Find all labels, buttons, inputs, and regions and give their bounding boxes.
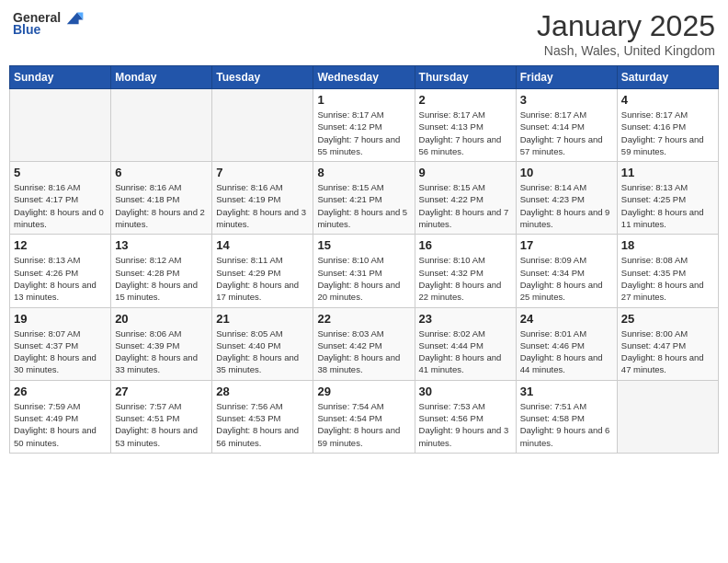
calendar-cell: 21 Sunrise: 8:05 AMSunset: 4:40 PMDaylig…: [212, 307, 313, 380]
day-info: Sunrise: 8:11 AMSunset: 4:29 PMDaylight:…: [216, 255, 299, 302]
calendar-cell: 14 Sunrise: 8:11 AMSunset: 4:29 PMDaylig…: [212, 235, 313, 307]
location-title: Nash, Wales, United Kingdom: [537, 43, 715, 58]
day-info: Sunrise: 8:00 AMSunset: 4:47 PMDaylight:…: [621, 328, 704, 375]
day-info: Sunrise: 8:17 AMSunset: 4:13 PMDaylight:…: [419, 109, 502, 156]
calendar-cell: 26 Sunrise: 7:59 AMSunset: 4:49 PMDaylig…: [10, 380, 111, 453]
calendar-cell: 28 Sunrise: 7:56 AMSunset: 4:53 PMDaylig…: [212, 380, 313, 453]
calendar-cell: 17 Sunrise: 8:09 AMSunset: 4:34 PMDaylig…: [516, 235, 617, 307]
calendar-week-row: 26 Sunrise: 7:59 AMSunset: 4:49 PMDaylig…: [10, 380, 719, 453]
day-number: 26: [14, 385, 107, 398]
day-number: 17: [520, 238, 613, 252]
day-number: 30: [419, 385, 512, 398]
day-info: Sunrise: 7:57 AMSunset: 4:51 PMDaylight:…: [115, 401, 198, 448]
header: General Blue January 2025 Nash, Wales, U…: [9, 9, 719, 58]
day-info: Sunrise: 8:07 AMSunset: 4:37 PMDaylight:…: [14, 328, 97, 375]
calendar-cell: 12 Sunrise: 8:13 AMSunset: 4:26 PMDaylig…: [10, 235, 111, 307]
calendar-cell: 18 Sunrise: 8:08 AMSunset: 4:35 PMDaylig…: [617, 235, 718, 307]
day-number: 1: [317, 93, 410, 107]
calendar-cell: 27 Sunrise: 7:57 AMSunset: 4:51 PMDaylig…: [111, 380, 212, 453]
weekday-header-wednesday: Wednesday: [313, 66, 415, 89]
calendar-cell: 8 Sunrise: 8:15 AMSunset: 4:21 PMDayligh…: [313, 162, 415, 235]
weekday-header-saturday: Saturday: [617, 66, 718, 89]
weekday-header-friday: Friday: [516, 66, 617, 89]
calendar-body: 1 Sunrise: 8:17 AMSunset: 4:12 PMDayligh…: [10, 89, 719, 454]
calendar-cell: 29 Sunrise: 7:54 AMSunset: 4:54 PMDaylig…: [313, 380, 415, 453]
calendar-cell: 10 Sunrise: 8:14 AMSunset: 4:23 PMDaylig…: [516, 162, 617, 235]
calendar-cell: [111, 89, 212, 162]
calendar-cell: 9 Sunrise: 8:15 AMSunset: 4:22 PMDayligh…: [415, 162, 516, 235]
day-number: 29: [317, 385, 410, 398]
day-number: 22: [317, 312, 410, 326]
calendar-cell: 6 Sunrise: 8:16 AMSunset: 4:18 PMDayligh…: [111, 162, 212, 235]
weekday-header-sunday: Sunday: [10, 66, 111, 89]
calendar-cell: 20 Sunrise: 8:06 AMSunset: 4:39 PMDaylig…: [111, 307, 212, 380]
day-number: 23: [419, 312, 512, 326]
weekday-header-tuesday: Tuesday: [212, 66, 313, 89]
day-info: Sunrise: 8:16 AMSunset: 4:18 PMDaylight:…: [115, 182, 205, 229]
day-info: Sunrise: 8:08 AMSunset: 4:35 PMDaylight:…: [621, 255, 704, 302]
day-number: 13: [115, 238, 208, 252]
logo-text-blue: Blue: [13, 22, 40, 37]
day-info: Sunrise: 8:17 AMSunset: 4:14 PMDaylight:…: [520, 109, 603, 156]
day-info: Sunrise: 8:13 AMSunset: 4:25 PMDaylight:…: [621, 182, 704, 229]
calendar-cell: 31 Sunrise: 7:51 AMSunset: 4:58 PMDaylig…: [516, 380, 617, 453]
day-info: Sunrise: 8:05 AMSunset: 4:40 PMDaylight:…: [216, 328, 299, 375]
day-info: Sunrise: 7:51 AMSunset: 4:58 PMDaylight:…: [520, 401, 610, 448]
day-number: 3: [520, 93, 613, 107]
calendar-cell: [10, 89, 111, 162]
day-number: 9: [419, 166, 512, 179]
calendar-cell: 15 Sunrise: 8:10 AMSunset: 4:31 PMDaylig…: [313, 235, 415, 307]
day-info: Sunrise: 8:16 AMSunset: 4:17 PMDaylight:…: [14, 182, 104, 229]
calendar-cell: 24 Sunrise: 8:01 AMSunset: 4:46 PMDaylig…: [516, 307, 617, 380]
day-number: 14: [216, 238, 309, 252]
day-number: 20: [115, 312, 208, 326]
day-info: Sunrise: 8:06 AMSunset: 4:39 PMDaylight:…: [115, 328, 198, 375]
day-number: 7: [216, 166, 309, 179]
calendar-cell: 16 Sunrise: 8:10 AMSunset: 4:32 PMDaylig…: [415, 235, 516, 307]
calendar-cell: 2 Sunrise: 8:17 AMSunset: 4:13 PMDayligh…: [415, 89, 516, 162]
calendar-cell: 7 Sunrise: 8:16 AMSunset: 4:19 PMDayligh…: [212, 162, 313, 235]
day-info: Sunrise: 8:12 AMSunset: 4:28 PMDaylight:…: [115, 255, 198, 302]
calendar-cell: 4 Sunrise: 8:17 AMSunset: 4:16 PMDayligh…: [617, 89, 718, 162]
day-number: 27: [115, 385, 208, 398]
day-info: Sunrise: 8:03 AMSunset: 4:42 PMDaylight:…: [317, 328, 400, 375]
day-number: 31: [520, 385, 613, 398]
weekday-header-monday: Monday: [111, 66, 212, 89]
calendar-week-row: 12 Sunrise: 8:13 AMSunset: 4:26 PMDaylig…: [10, 235, 719, 307]
day-info: Sunrise: 8:15 AMSunset: 4:22 PMDaylight:…: [419, 182, 509, 229]
calendar-cell: 30 Sunrise: 7:53 AMSunset: 4:56 PMDaylig…: [415, 380, 516, 453]
calendar-cell: 1 Sunrise: 8:17 AMSunset: 4:12 PMDayligh…: [313, 89, 415, 162]
weekday-header-thursday: Thursday: [415, 66, 516, 89]
calendar-cell: [617, 380, 718, 453]
day-info: Sunrise: 8:02 AMSunset: 4:44 PMDaylight:…: [419, 328, 502, 375]
calendar-week-row: 5 Sunrise: 8:16 AMSunset: 4:17 PMDayligh…: [10, 162, 719, 235]
calendar-cell: 22 Sunrise: 8:03 AMSunset: 4:42 PMDaylig…: [313, 307, 415, 380]
day-info: Sunrise: 7:56 AMSunset: 4:53 PMDaylight:…: [216, 401, 299, 448]
title-area: January 2025 Nash, Wales, United Kingdom: [537, 9, 715, 58]
day-number: 19: [14, 312, 107, 326]
day-number: 21: [216, 312, 309, 326]
calendar-cell: 5 Sunrise: 8:16 AMSunset: 4:17 PMDayligh…: [10, 162, 111, 235]
calendar-cell: 25 Sunrise: 8:00 AMSunset: 4:47 PMDaylig…: [617, 307, 718, 380]
day-info: Sunrise: 8:13 AMSunset: 4:26 PMDaylight:…: [14, 255, 97, 302]
day-number: 18: [621, 238, 714, 252]
day-info: Sunrise: 8:10 AMSunset: 4:31 PMDaylight:…: [317, 255, 400, 302]
day-number: 25: [621, 312, 714, 326]
day-info: Sunrise: 8:16 AMSunset: 4:19 PMDaylight:…: [216, 182, 306, 229]
weekday-header-row: SundayMondayTuesdayWednesdayThursdayFrid…: [10, 66, 719, 89]
day-number: 11: [621, 166, 714, 179]
day-info: Sunrise: 8:09 AMSunset: 4:34 PMDaylight:…: [520, 255, 603, 302]
day-number: 16: [419, 238, 512, 252]
day-info: Sunrise: 8:01 AMSunset: 4:46 PMDaylight:…: [520, 328, 603, 375]
day-info: Sunrise: 8:14 AMSunset: 4:23 PMDaylight:…: [520, 182, 610, 229]
day-number: 4: [621, 93, 714, 107]
day-info: Sunrise: 8:15 AMSunset: 4:21 PMDaylight:…: [317, 182, 407, 229]
calendar-cell: 13 Sunrise: 8:12 AMSunset: 4:28 PMDaylig…: [111, 235, 212, 307]
day-number: 2: [419, 93, 512, 107]
day-number: 10: [520, 166, 613, 179]
calendar-cell: 23 Sunrise: 8:02 AMSunset: 4:44 PMDaylig…: [415, 307, 516, 380]
logo-icon: [63, 9, 85, 26]
day-number: 8: [317, 166, 410, 179]
day-info: Sunrise: 7:53 AMSunset: 4:56 PMDaylight:…: [419, 401, 509, 448]
month-title: January 2025: [537, 9, 715, 43]
